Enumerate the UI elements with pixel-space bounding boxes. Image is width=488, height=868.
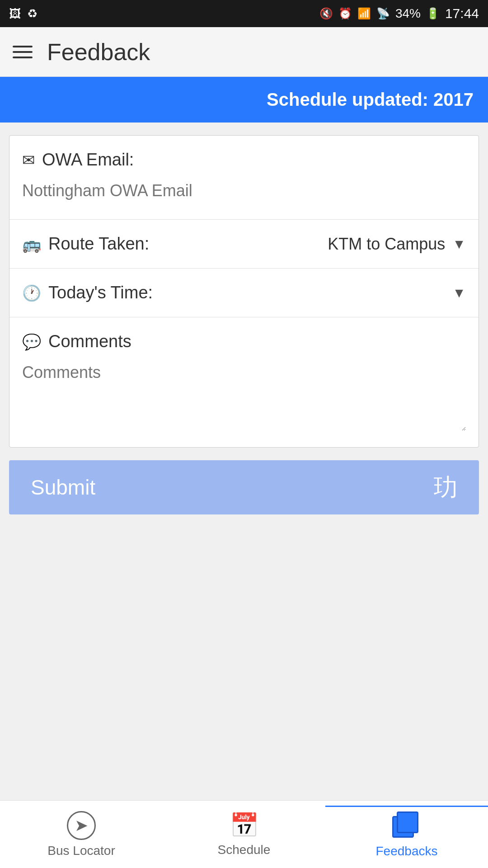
nav-item-feedbacks[interactable]: Feedbacks [325,806,488,863]
feedback-form: ✉ OWA Email: 🚌 Route Taken: KTM to Campu… [9,135,479,448]
route-field-container[interactable]: 🚌 Route Taken: KTM to Campus ▼ [9,220,479,269]
app-bar: Feedback [0,27,488,77]
status-bar: 🖼 ♻ 🔇 ⏰ 📶 📡 34% 🔋 17:44 [0,0,488,27]
bus-icon: 🚌 [22,235,41,253]
bus-locator-label: Bus Locator [47,844,115,858]
route-selected-value: KTM to Campus [328,235,445,254]
comments-field-container: 💬 Comments [9,317,479,447]
wifi-icon: 📶 [357,7,371,20]
schedule-icon: 📅 [230,811,259,839]
route-label-left: 🚌 Route Taken: [22,234,149,254]
email-input[interactable] [22,177,466,205]
email-field-container: ✉ OWA Email: [9,136,479,220]
email-label: ✉ OWA Email: [22,150,466,170]
clock-icon: 🕐 [22,284,41,302]
feedbacks-icon [392,811,421,840]
schedule-banner-text: Schedule updated: 2017 [267,90,474,109]
time-dropdown-arrow: ▼ [452,285,466,301]
hamburger-line-2 [13,51,33,53]
route-label-row: 🚌 Route Taken: KTM to Campus ▼ [22,234,466,254]
mute-icon: 🔇 [319,7,333,20]
clock-status: 17:44 [445,6,479,21]
hamburger-line-1 [13,46,33,47]
envelope-icon: ✉ [22,151,35,169]
image-icon: 🖼 [9,7,21,21]
page-title: Feedback [47,38,150,66]
route-dropdown-arrow: ▼ [452,236,466,252]
route-select-area[interactable]: KTM to Campus ▼ [328,235,466,254]
schedule-banner: Schedule updated: 2017 [0,77,488,123]
nav-item-bus-locator[interactable]: ➤ Bus Locator [0,807,163,863]
status-bar-right: 🔇 ⏰ 📶 📡 34% 🔋 17:44 [319,6,479,21]
battery-percent: 34% [395,6,421,21]
signal-icon: 📡 [376,7,390,20]
time-field-container[interactable]: 🕐 Today's Time: ▼ [9,269,479,317]
time-label-left: 🕐 Today's Time: [22,283,153,302]
recycle-icon: ♻ [27,7,38,21]
hamburger-line-3 [13,57,33,58]
bus-locator-icon: ➤ [67,811,96,840]
schedule-label: Schedule [218,843,271,857]
submit-label: Submit [31,475,95,500]
submit-button[interactable]: Submit 玏 [9,460,479,514]
time-label-row: 🕐 Today's Time: ▼ [22,283,466,302]
alarm-icon: ⏰ [338,7,352,20]
comments-textarea[interactable] [22,359,466,431]
submit-icon: 玏 [434,472,457,503]
bottom-nav: ➤ Bus Locator 📅 Schedule Feedbacks [0,800,488,868]
comment-icon: 💬 [22,333,41,351]
menu-button[interactable] [13,46,33,58]
status-bar-left: 🖼 ♻ [9,7,38,21]
feedbacks-label: Feedbacks [376,844,438,859]
comments-textarea-wrapper [22,359,466,433]
comments-label: 💬 Comments [22,332,466,351]
battery-icon: 🔋 [426,7,440,20]
nav-item-schedule[interactable]: 📅 Schedule [163,807,325,862]
